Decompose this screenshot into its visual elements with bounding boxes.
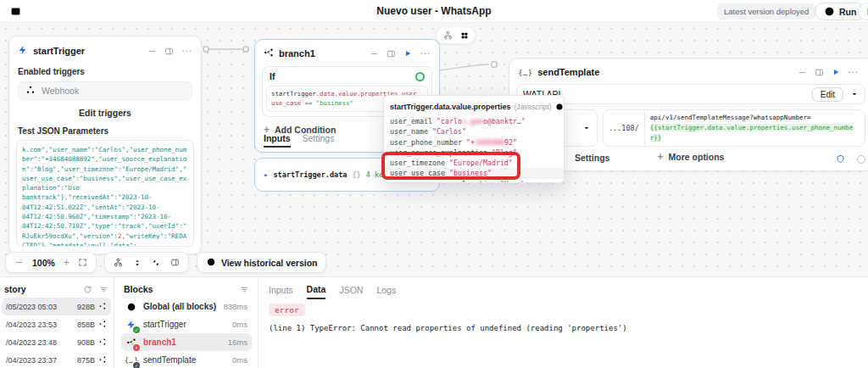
tab-inputs[interactable]: Inputs	[269, 285, 293, 295]
edge-branch1-sendtemplate	[438, 56, 504, 78]
webhook-run-icon	[98, 302, 107, 312]
braces-icon: {…}	[518, 68, 532, 77]
blocks-header: Blocks	[124, 284, 240, 294]
tab-settings[interactable]: Settings	[575, 153, 609, 165]
collapse-node-icon[interactable]	[798, 68, 807, 77]
tab-inputs[interactable]: Inputs	[264, 133, 291, 148]
test-json-code[interactable]: k.com","user_name":"Carlos","user_phone_…	[16, 140, 194, 247]
deploy-status-badge: Latest version deployed	[717, 3, 815, 20]
edit-api-button[interactable]: Edit	[812, 87, 843, 102]
node-title-sendtemplate: sendTemplate	[537, 67, 793, 77]
error-badge-icon: ×	[133, 344, 140, 351]
edge-starttrigger-branch1	[202, 43, 253, 55]
history-row[interactable]: /04/2023 23:37875B	[2, 351, 111, 368]
zoom-in-button[interactable]: +	[64, 257, 70, 269]
output-panel: Inputs Data JSON Logs error (line 1) Typ…	[259, 277, 868, 368]
tab-logs[interactable]: Logs	[376, 285, 396, 295]
api-selector: WATI API Edit	[516, 84, 865, 104]
filter-icon[interactable]	[99, 285, 108, 294]
expand-all-icon[interactable]	[133, 255, 142, 270]
node-menu-icon[interactable]: ⋯	[848, 68, 859, 76]
collapse-node-icon[interactable]	[147, 47, 157, 56]
run-node-icon[interactable]	[403, 46, 412, 61]
webhook-icon	[25, 85, 36, 97]
url-path: api/v1/sendTemplateMessage?whatsappNumbe…	[650, 114, 811, 121]
filter-icon[interactable]	[240, 285, 249, 294]
block-row-branch1[interactable]: × branch1 16ms	[121, 333, 252, 351]
history-row[interactable]: /05/2023 05:03928B	[2, 298, 111, 315]
canvas-toolbar: 100% + View historical version	[5, 252, 326, 273]
history-panel: story /05/2023 05:03928B /04/2023 23:538…	[0, 277, 114, 368]
edit-triggers-link[interactable]: Edit triggers	[9, 108, 201, 118]
chevron-down-icon[interactable]	[850, 86, 859, 102]
node-title-starttrigger: startTrigger	[33, 46, 142, 56]
history-row[interactable]: /04/2023 23:53858B	[2, 315, 111, 333]
history-row[interactable]: /04/2023 23:48908B	[2, 333, 111, 351]
tab-json[interactable]: JSON	[339, 285, 363, 295]
shield-icon[interactable]	[836, 154, 845, 164]
node-toolbar[interactable]	[436, 26, 476, 44]
topbar: Nuevo user - WhatsApp Latest version dep…	[0, 0, 868, 23]
flow-layout-icon[interactable]	[443, 31, 453, 40]
api-label: WATI API	[523, 89, 805, 99]
tab-settings[interactable]: Settings	[303, 133, 335, 148]
panel-toggle-icon[interactable]	[170, 258, 180, 267]
expand-panel-icon[interactable]	[164, 47, 174, 56]
zoom-out-button[interactable]	[14, 258, 24, 267]
node-menu-icon[interactable]: ⋯	[420, 49, 431, 58]
block-row-sendtemplate[interactable]: {…}✓ sendTemplate 0ms	[121, 351, 252, 368]
run-node-icon[interactable]	[832, 64, 840, 80]
fit-view-icon[interactable]	[78, 258, 87, 267]
url-base-prefix: ...108/	[604, 110, 645, 146]
tab-data[interactable]: Data	[307, 281, 326, 299]
explorer-type: {}	[352, 170, 360, 179]
webhook-button[interactable]: Webhook	[18, 81, 192, 100]
history-header: story	[4, 284, 83, 294]
success-badge-icon: ✓	[133, 326, 140, 333]
zap-icon	[18, 43, 28, 59]
blocks-panel: Blocks Global (all blocks) 838ms ✓ start…	[114, 277, 259, 368]
zoom-controls: 100% +	[5, 252, 97, 273]
webhook-run-icon	[98, 337, 107, 348]
sidebar-toggle-icon[interactable]	[10, 5, 21, 20]
node-menu-icon[interactable]: ⋯	[181, 47, 192, 55]
branch-icon: ×	[125, 337, 137, 348]
error-message: (line 1) TypeError: Cannot read properti…	[269, 324, 860, 332]
enabled-triggers-label: Enabled triggers	[18, 67, 192, 76]
block-row-starttrigger[interactable]: ✓ startTrigger 0ms	[121, 315, 252, 333]
block-row-global[interactable]: Global (all blocks) 838ms	[121, 298, 252, 315]
historical-version-button[interactable]: View historical version	[197, 252, 327, 273]
node-starttrigger[interactable]: startTrigger ⋯ Enabled triggers Webhook …	[8, 36, 202, 254]
page-title: Nuevo user - WhatsApp	[376, 5, 491, 17]
clock-icon	[206, 255, 216, 270]
tooltip-row[interactable]: user_phone_number "+346840892"	[384, 137, 564, 148]
run-label: Run	[839, 7, 856, 17]
flow-canvas[interactable]: startTrigger ⋯ Enabled triggers Webhook …	[0, 23, 868, 276]
expand-panel-icon[interactable]	[387, 49, 396, 59]
condition-status-icon	[415, 72, 425, 81]
webhook-run-icon	[98, 320, 107, 330]
run-play-icon	[824, 6, 835, 17]
braces-icon: {…}✓	[125, 354, 137, 366]
expand-triangle-icon[interactable]: ▸	[264, 170, 268, 179]
layout-controls	[104, 252, 189, 273]
zoom-level[interactable]: 100%	[32, 258, 55, 268]
refresh-icon[interactable]	[83, 285, 92, 294]
branch-icon	[264, 46, 274, 61]
globe-icon	[125, 301, 137, 313]
url-field[interactable]: ...108/ api/v1/sendTemplateMessage?whats…	[603, 109, 865, 147]
auto-layout-icon[interactable]	[114, 258, 123, 267]
grid-view-icon[interactable]	[460, 28, 469, 43]
explorer-key: startTrigger.data	[273, 170, 347, 179]
insert-icon[interactable]	[555, 99, 564, 114]
tooltip-language: (Javascript)	[515, 103, 552, 111]
collapse-node-icon[interactable]	[370, 49, 379, 59]
tooltip-row[interactable]: user_email "carlos.gomo@banktr…"	[384, 116, 564, 126]
status-circle-icon	[857, 155, 865, 164]
test-json-label: Test JSON Parameters	[18, 126, 192, 136]
if-label: If	[270, 71, 275, 81]
expand-panel-icon[interactable]	[815, 68, 824, 77]
node-title-branch1: branch1	[279, 48, 364, 59]
collapse-all-icon[interactable]	[152, 255, 160, 270]
tooltip-row[interactable]: user_name "Carlos"	[384, 126, 564, 137]
